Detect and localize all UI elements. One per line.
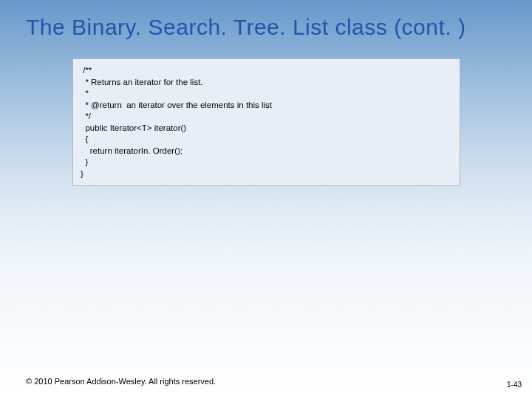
code-line: {: [81, 134, 452, 146]
code-line: public Iterator<T> iterator(): [81, 123, 452, 134]
code-line: return iteratorIn. Order();: [81, 146, 452, 157]
code-line: *: [81, 88, 452, 100]
code-line: }: [81, 157, 452, 168]
code-line: /**: [81, 65, 452, 77]
code-line: */: [81, 111, 452, 123]
page-number: 1-43: [507, 381, 522, 389]
code-line: }: [81, 168, 452, 180]
copyright-footer: © 2010 Pearson Addison-Wesley. All right…: [26, 377, 216, 386]
code-line: * @return an iterator over the elements …: [81, 100, 452, 112]
code-block: /** * Returns an iterator for the list. …: [72, 58, 460, 186]
slide-title: The Binary. Search. Tree. List class (co…: [0, 0, 532, 58]
code-line: * Returns an iterator for the list.: [81, 77, 452, 89]
